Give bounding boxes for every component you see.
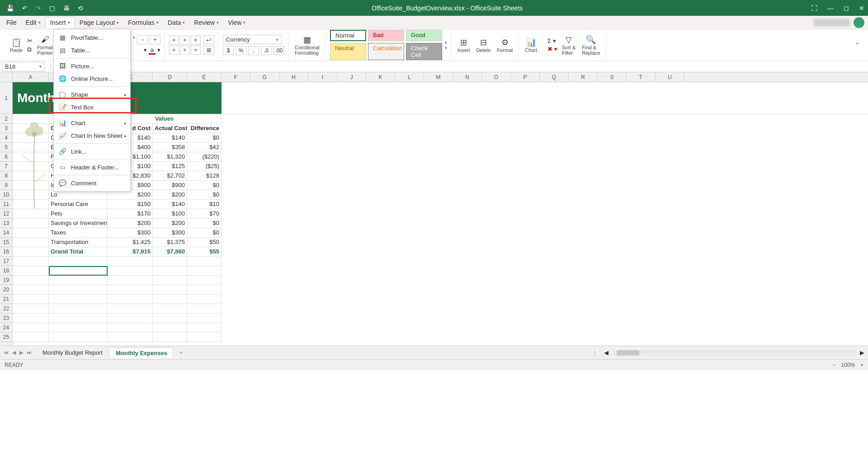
row-header-24[interactable]: 24 <box>0 323 12 333</box>
clear-button[interactable]: ✖ ▾ <box>547 46 557 52</box>
print-icon[interactable]: 🖶 <box>63 5 70 12</box>
row-header-4[interactable]: 4 <box>0 133 12 143</box>
col-header-A[interactable]: A <box>13 72 49 82</box>
row-header-7[interactable]: 7 <box>0 162 12 171</box>
col-header-D[interactable]: D <box>153 72 187 82</box>
style-bad[interactable]: Bad <box>368 30 404 41</box>
styles-scroll-up[interactable]: ▴ <box>445 40 447 44</box>
col-header-P[interactable]: P <box>511 72 540 82</box>
currency-button[interactable]: $ <box>223 46 234 55</box>
selected-cell[interactable] <box>49 266 108 276</box>
tabs-menu-icon[interactable]: ⋮ <box>592 349 598 356</box>
col-header-N[interactable]: N <box>453 72 482 82</box>
col-header-J[interactable]: J <box>337 72 366 82</box>
col-header-F[interactable]: F <box>222 72 250 82</box>
fullscreen-icon[interactable]: ⛶ <box>811 5 817 12</box>
collapse-ribbon-icon[interactable]: ⌃ <box>851 42 863 48</box>
hscroll-right-icon[interactable]: ▶ <box>860 349 864 356</box>
row-header-17[interactable]: 17 <box>0 257 12 266</box>
tab-nav-next-icon[interactable]: ▶ <box>19 350 23 356</box>
increase-font-button[interactable]: + <box>150 35 160 44</box>
row-header-19[interactable]: 19 <box>0 276 12 285</box>
delete-cells-button[interactable]: ⊟Delete <box>475 37 493 54</box>
maximize-icon[interactable]: ◻ <box>844 5 849 12</box>
col-header-R[interactable]: R <box>569 72 598 82</box>
menu-edit[interactable]: Edit▾ <box>21 17 45 28</box>
redo-icon[interactable]: ↷ <box>36 5 41 12</box>
tab-monthly-expenses[interactable]: Monthly Expenses <box>110 347 173 358</box>
add-sheet-button[interactable]: + <box>175 347 188 358</box>
menu-item-header-footer[interactable]: ▭Header & Footer... <box>54 161 130 173</box>
row-header-12[interactable]: 12 <box>0 209 12 219</box>
col-header-H[interactable]: H <box>279 72 308 82</box>
row-header-23[interactable]: 23 <box>0 314 12 323</box>
comma-button[interactable]: , <box>248 46 259 55</box>
font-dropdown-caret[interactable]: ▾ <box>133 35 135 45</box>
hscroll-left-icon[interactable]: ◀ <box>604 349 609 356</box>
merge-button[interactable]: ⊞ <box>203 46 214 55</box>
increase-decimal-button[interactable]: .0 <box>261 46 272 55</box>
menu-item-chart[interactable]: 📊Chart▸ <box>54 117 130 129</box>
row-header-16[interactable]: 16 <box>0 247 12 257</box>
col-header-L[interactable]: L <box>395 72 424 82</box>
format-cells-button[interactable]: ⚙Format <box>495 37 514 54</box>
zoom-out-button[interactable]: − <box>832 362 835 368</box>
chart-button[interactable]: 📊Chart <box>523 37 539 54</box>
col-header-E[interactable]: E <box>187 72 222 82</box>
menu-item-picture[interactable]: 🖼Picture... <box>54 60 130 72</box>
decrease-font-button[interactable]: − <box>137 35 148 44</box>
col-header-Q[interactable]: Q <box>540 72 569 82</box>
tab-nav-prev-icon[interactable]: ◀ <box>12 350 16 356</box>
menu-view[interactable]: View▾ <box>223 17 250 28</box>
row-header-18[interactable]: 18 <box>0 266 12 276</box>
tab-nav-first-icon[interactable]: ⏮ <box>4 350 9 356</box>
menu-item-chart-new-sheet[interactable]: 📈Chart In New Sheet▸ <box>54 129 130 142</box>
share-icon[interactable]: ⟲ <box>78 5 83 12</box>
number-format-dropdown[interactable]: Currency▾ <box>223 35 282 44</box>
row-header-13[interactable]: 13 <box>0 219 12 228</box>
autosum-button[interactable]: Σ ▾ <box>547 37 557 44</box>
style-good[interactable]: Good <box>406 30 442 41</box>
col-header-K[interactable]: K <box>366 72 395 82</box>
menu-item-textbox[interactable]: 📝Text Box <box>54 101 130 113</box>
row-header-15[interactable]: 15 <box>0 238 12 247</box>
format-painter-button[interactable]: 🖌Format Painter <box>35 34 55 56</box>
row-header-10[interactable]: 10 <box>0 190 12 200</box>
col-header-T[interactable]: T <box>627 72 656 82</box>
menu-review[interactable]: Review▾ <box>189 17 223 28</box>
styles-scroll-down[interactable]: ▾ <box>445 46 447 50</box>
sort-filter-button[interactable]: ▽Sort & Filter <box>560 34 578 56</box>
select-all-corner[interactable] <box>0 72 13 82</box>
minimize-icon[interactable]: — <box>827 5 834 12</box>
style-neutral[interactable]: Neutral <box>330 43 366 60</box>
menu-item-shape[interactable]: ◯Shape▸ <box>54 88 130 101</box>
row-header-1[interactable]: 1 <box>0 82 12 114</box>
wrap-text-button[interactable]: ⮐ <box>203 35 214 44</box>
row-header-20[interactable]: 20 <box>0 285 12 295</box>
row-header-21[interactable]: 21 <box>0 295 12 304</box>
conditional-formatting-button[interactable]: ▦Conditional Formatting <box>293 34 321 56</box>
row-header-9[interactable]: 9 <box>0 181 12 190</box>
menu-item-comment[interactable]: 💬Comment <box>54 177 130 189</box>
menu-item-pivottable[interactable]: ▦PivotTable... <box>54 31 130 44</box>
zoom-in-button[interactable]: + <box>860 362 863 368</box>
col-header-U[interactable]: U <box>656 72 684 82</box>
insert-cells-button[interactable]: ⊞Insert <box>456 37 472 54</box>
col-header-I[interactable]: I <box>308 72 337 82</box>
row-header-6[interactable]: 6 <box>0 152 12 162</box>
menu-page-layout[interactable]: Page Layout▾ <box>75 17 124 28</box>
row-header-22[interactable]: 22 <box>0 304 12 314</box>
hscroll-track[interactable] <box>612 350 856 356</box>
paste-button[interactable]: 📋Paste <box>8 37 24 54</box>
percent-button[interactable]: % <box>236 46 246 55</box>
decrease-decimal-button[interactable]: .00 <box>274 46 284 55</box>
col-header-G[interactable]: G <box>250 72 279 82</box>
style-calculation[interactable]: Calculation <box>368 43 404 60</box>
col-header-O[interactable]: O <box>482 72 511 82</box>
undo-icon[interactable]: ↶ <box>22 5 28 12</box>
menu-item-online-picture[interactable]: 🌐Online Picture... <box>54 72 130 85</box>
font-color-dropdown[interactable]: ▾ <box>157 47 160 55</box>
copy-icon[interactable]: ⧉ <box>27 46 33 53</box>
cut-icon[interactable]: ✂ <box>27 37 33 44</box>
formula-bar[interactable] <box>56 66 868 67</box>
